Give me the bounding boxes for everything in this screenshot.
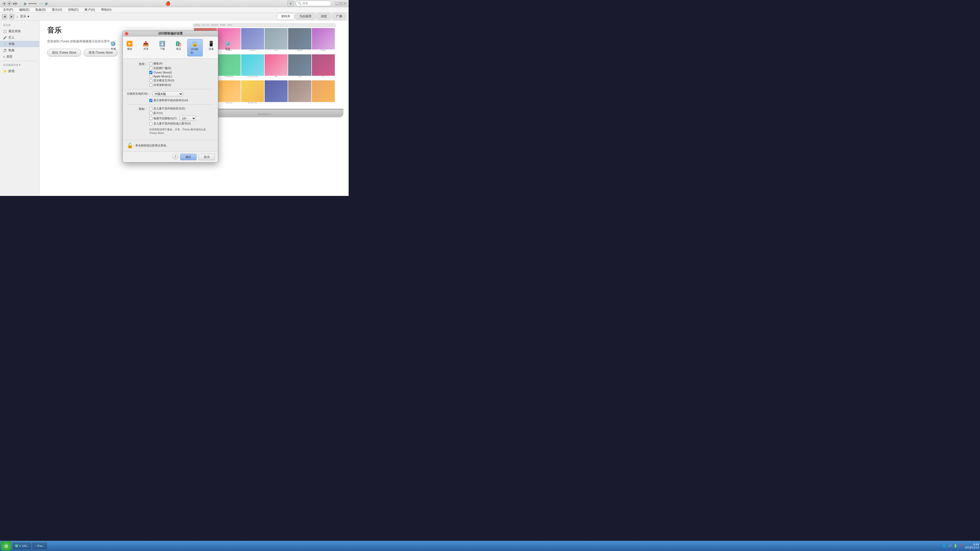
mini-album-12: A.II xyxy=(312,54,335,77)
goto-itunes-store-button[interactable]: 前往 iTunes Store xyxy=(47,49,81,57)
sidebar-item-picks[interactable]: ⭐ 妙选 xyxy=(0,68,39,74)
sidebar-item-picks-label: 妙选 xyxy=(8,69,14,73)
macbook-label: MacBook Pro xyxy=(258,113,271,115)
search-box[interactable]: 🔍 搜索 xyxy=(296,1,331,6)
toolbar-store[interactable]: 🛍️ 商店 xyxy=(171,39,186,56)
restrict-movies-label: 影片(V) xyxy=(153,111,163,115)
sidebar-library-label: 音乐库 xyxy=(0,22,39,28)
toolbar-download[interactable]: ⬇️ 下载 xyxy=(155,39,170,56)
toolbar-download-label: 下载 xyxy=(160,47,165,51)
apple-music-label: Apple Music(L) xyxy=(153,75,172,78)
list-button[interactable]: ≡ xyxy=(287,1,294,6)
menu-file[interactable]: 文件(F) xyxy=(2,7,14,13)
menu-song[interactable]: 歌曲(S) xyxy=(35,7,47,13)
back-button[interactable]: ◀ xyxy=(2,2,6,6)
menu-edit[interactable]: 编辑(E) xyxy=(18,7,30,13)
dialog-confirm-button[interactable]: 确定 xyxy=(180,154,197,160)
tab-browse[interactable]: 浏览 xyxy=(317,13,331,20)
play-button[interactable]: ▶ xyxy=(7,1,12,6)
tab-library[interactable]: 资料库 xyxy=(277,13,294,20)
mini-album-name-14: Sunlit Youth xyxy=(218,102,240,103)
features-controls: 播客(P) 互联网广播(R) iTunes Store(I) Apple Mus… xyxy=(149,62,214,87)
restrict-tv-checkbox[interactable] xyxy=(149,117,152,120)
toolbar-advanced-label: 高级 xyxy=(225,47,230,51)
mini-album-cover-10 xyxy=(265,54,288,76)
menu-view[interactable]: 显示(V) xyxy=(51,7,63,13)
mini-album-cover-9 xyxy=(241,54,264,76)
sidebar-item-album[interactable]: 💿 专辑 xyxy=(0,41,39,47)
mini-album-name-18: ... xyxy=(312,102,335,103)
toolbar-devices[interactable]: 📱 设备 xyxy=(204,39,219,56)
minimize-button[interactable]: _ xyxy=(335,2,339,5)
lock-icon[interactable]: 🔓 xyxy=(127,142,133,148)
toolbar-advanced[interactable]: ⚙️ 高级 xyxy=(220,39,235,56)
menu-bar: 文件(F) 编辑(E) 歌曲(S) 显示(V) 控制(C) 帐户(A) 帮助(H… xyxy=(0,7,348,13)
restrict-music-row: 含儿童不宜内容的音乐(E) xyxy=(149,106,214,110)
restrict-books-row: 含儿童不宜内容的成人图书(X) xyxy=(149,122,214,125)
shared-library-label: 共享资料库(S) xyxy=(153,83,171,87)
show-rating-label: 显示资料库中的内容评分(H) xyxy=(153,98,188,102)
radio-checkbox[interactable] xyxy=(149,67,152,70)
restrictions-controls: 含儿童不宜内容的音乐(E) 影片(V) 电视节目限制为(T) 12+ 无限制 T… xyxy=(149,106,214,135)
dialog-close-button[interactable]: × xyxy=(125,32,128,35)
maximize-button[interactable]: □ xyxy=(339,2,342,5)
sidebar-item-recent[interactable]: 📋 最近添加 xyxy=(0,28,39,35)
sidebar-item-song[interactable]: 🎵 歌曲 xyxy=(0,47,39,54)
search-placeholder: 搜索 xyxy=(302,2,308,5)
podcast-checkbox[interactable] xyxy=(149,62,152,65)
menu-account[interactable]: 帐户(A) xyxy=(84,7,96,13)
restrict-music-checkbox[interactable] xyxy=(149,107,152,110)
toolbar-playback[interactable]: ▶️ 播放 xyxy=(122,39,137,56)
sidebar-item-genre[interactable]: ≡ 类型 xyxy=(0,54,39,60)
tab-foryou[interactable]: 为你推荐 xyxy=(295,13,316,20)
song-icon: 🎵 xyxy=(3,49,7,52)
nav-back-arrow[interactable]: ◀ xyxy=(2,14,7,19)
rating-region-select[interactable]: 中国大陆 美国 英国 日本 澳大利亚 xyxy=(152,91,183,97)
show-rating-checkbox[interactable] xyxy=(149,99,152,102)
mini-album-name-11: Oh No xyxy=(288,76,311,77)
mini-album-15: Man About Town xyxy=(241,80,264,103)
dialog-cancel-button[interactable]: 取消 xyxy=(199,154,215,160)
forward-button[interactable]: ▶▶ xyxy=(13,2,18,6)
restrict-music-label: 含儿童不宜内容的音乐(E) xyxy=(153,106,185,110)
volume-low-icon: 🔈 xyxy=(24,2,27,5)
features-section: 禁用： 播客(P) 互联网广播(R) iTunes Store(I) Apple… xyxy=(127,62,214,87)
mini-album-9: A Crack in the Eye xyxy=(241,54,264,77)
toolbar-restriction[interactable]: 🔒 访问限制 xyxy=(187,39,203,56)
feature-radio-row: 互联网广播(R) xyxy=(149,66,214,70)
toolbar-general[interactable]: ⚙️ 常规 xyxy=(106,39,121,56)
section-divider-1 xyxy=(127,89,214,89)
menu-help[interactable]: 帮助(H) xyxy=(100,7,113,13)
mini-album-17: ... xyxy=(288,80,311,103)
artist-icon: 🎤 xyxy=(3,36,7,40)
mini-album-cover-15 xyxy=(241,80,264,102)
restrict-movies-checkbox[interactable] xyxy=(149,112,152,115)
music-sharing-checkbox[interactable] xyxy=(149,79,152,82)
rating-region-label: 分级所在地区(N)： xyxy=(127,91,150,96)
mini-album-name-9: A Crack in the Eye xyxy=(241,76,264,77)
mini-album-11: Oh No xyxy=(288,54,311,77)
window-controls: _ □ × xyxy=(335,2,347,5)
feature-itunes-store-row: iTunes Store(I) xyxy=(149,71,214,74)
mini-album-name-12: A.II xyxy=(312,76,335,77)
toolbar-general-label: 常规 xyxy=(111,47,116,51)
itunes-store-checkbox[interactable] xyxy=(149,71,152,74)
restrict-books-checkbox[interactable] xyxy=(149,122,152,125)
toolbar-sharing[interactable]: 📤 共享 xyxy=(138,39,154,56)
tab-radio[interactable]: 广播 xyxy=(332,13,347,20)
dialog-help-button[interactable]: ? xyxy=(172,154,178,159)
mini-album-name-8: The Wilderness xyxy=(218,76,240,77)
shared-library-checkbox[interactable] xyxy=(149,84,152,87)
menu-control[interactable]: 控制(C) xyxy=(67,7,80,13)
tv-rating-select[interactable]: 12+ 无限制 TV-Y TV-Y7 TV-G TV-PG xyxy=(180,116,196,121)
restrict-movies-row: 影片(V) xyxy=(149,111,214,115)
show-rating-row: 显示资料库中的内容评分(H) xyxy=(127,98,214,102)
music-sharing-label: 音乐推送文件(O) xyxy=(153,79,174,83)
apple-music-checkbox[interactable] xyxy=(149,75,152,78)
sidebar-item-artist[interactable]: 🎤 艺人 xyxy=(0,35,39,41)
mini-album-cover-8 xyxy=(218,54,240,76)
volume-slider[interactable] xyxy=(28,3,44,4)
close-window-button[interactable]: × xyxy=(343,2,347,5)
dialog-title: 访问限制偏好设置 xyxy=(158,32,183,36)
nav-forward-arrow[interactable]: ▶ xyxy=(9,14,14,19)
